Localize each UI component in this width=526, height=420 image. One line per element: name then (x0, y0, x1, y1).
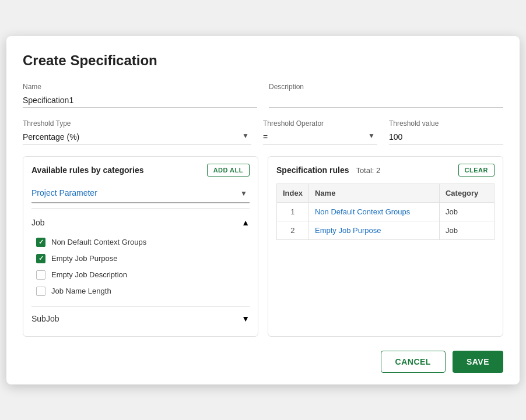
spec-panel-body: Index Name Category 1 Non Default Contex… (268, 183, 503, 248)
panels-row: Available rules by categories ADD ALL Pr… (23, 156, 503, 337)
threshold-operator-select[interactable]: = (263, 130, 377, 144)
spec-panel-title: Specification rules (276, 165, 349, 175)
divider-2 (31, 306, 250, 307)
add-all-button[interactable]: ADD ALL (207, 164, 250, 177)
threshold-type-field: Threshold Type Percentage (%) ▼ (23, 119, 251, 144)
category-select[interactable]: Project Parameter (31, 183, 250, 203)
threshold-value-field: Threshold value (389, 119, 503, 144)
category-select-wrapper: Project Parameter ▼ (31, 183, 250, 203)
available-panel-title: Available rules by categories (31, 165, 143, 175)
job-section-label: Job (31, 218, 45, 227)
subjob-section-header[interactable]: SubJob ▼ (31, 309, 250, 328)
table-row: 1 Non Default Context Groups Job (277, 202, 495, 221)
cell-index: 1 (277, 202, 309, 221)
rule-checkbox-2[interactable] (36, 254, 45, 263)
spec-panel-total: Total: 2 (356, 166, 380, 175)
rule-label-2: Empty Job Purpose (51, 254, 117, 263)
rule-label-1: Non Default Context Groups (51, 238, 146, 246)
threshold-operator-label: Threshold Operator (263, 119, 377, 128)
rule-checkbox-1[interactable] (36, 238, 45, 247)
clear-button[interactable]: CLEAR (458, 164, 495, 177)
cell-index: 2 (277, 221, 309, 239)
description-input[interactable] (269, 93, 503, 108)
spec-panel-title-group: Specification rules Total: 2 (276, 165, 380, 175)
threshold-row: Threshold Type Percentage (%) ▼ Threshol… (23, 119, 503, 144)
job-items-list: Non Default Context Groups Empty Job Pur… (31, 232, 250, 304)
rule-item-1: Non Default Context Groups (31, 234, 250, 250)
divider-1 (31, 208, 250, 209)
rule-label-4: Job Name Length (51, 287, 111, 295)
threshold-value-label: Threshold value (389, 119, 503, 128)
available-rules-panel: Available rules by categories ADD ALL Pr… (23, 156, 258, 337)
name-label: Name (23, 83, 257, 91)
spec-panel-header: Specification rules Total: 2 CLEAR (268, 157, 503, 183)
cell-category: Job (439, 221, 494, 239)
cancel-button[interactable]: CANCEL (381, 351, 446, 373)
description-field: Description (269, 83, 503, 108)
name-description-row: Name Description (23, 83, 503, 108)
rule-label-3: Empty Job Description (51, 270, 127, 279)
spec-rules-panel: Specification rules Total: 2 CLEAR Index… (268, 156, 503, 337)
subjob-section: SubJob ▼ (31, 309, 250, 328)
dialog-footer: CANCEL SAVE (23, 351, 503, 373)
subjob-expand-icon: ▼ (241, 314, 250, 323)
rule-item-3: Empty Job Description (31, 267, 250, 283)
cell-category: Job (439, 202, 494, 221)
job-collapse-icon: ▲ (241, 218, 250, 227)
threshold-operator-field: Threshold Operator = ▼ (263, 119, 377, 144)
cell-name[interactable]: Non Default Context Groups (308, 202, 439, 221)
create-specification-dialog: Create Specification Name Description Th… (6, 36, 520, 384)
job-section-header[interactable]: Job ▲ (31, 213, 250, 232)
spec-rules-table: Index Name Category 1 Non Default Contex… (276, 183, 495, 240)
col-index-header: Index (277, 183, 309, 202)
rule-item-4: Job Name Length (31, 283, 250, 299)
table-row: 2 Empty Job Purpose Job (277, 221, 495, 239)
dialog-title: Create Specification (23, 52, 503, 69)
job-section: Job ▲ Non Default Context Groups Empty J… (31, 213, 250, 304)
threshold-type-label: Threshold Type (23, 119, 251, 128)
description-label: Description (269, 83, 503, 91)
rule-checkbox-4[interactable] (36, 287, 45, 296)
name-input[interactable] (23, 93, 257, 108)
rule-item-2: Empty Job Purpose (31, 250, 250, 267)
subjob-section-label: SubJob (31, 314, 59, 323)
col-name-header: Name (308, 183, 439, 202)
save-button[interactable]: SAVE (453, 351, 503, 373)
threshold-type-select[interactable]: Percentage (%) (23, 130, 251, 144)
available-panel-header: Available rules by categories ADD ALL (23, 157, 258, 183)
col-category-header: Category (439, 183, 494, 202)
rule-checkbox-3[interactable] (36, 270, 45, 280)
name-field: Name (23, 83, 257, 108)
available-panel-body: Project Parameter ▼ Job ▲ Non Default Co… (23, 183, 258, 336)
cell-name[interactable]: Empty Job Purpose (308, 221, 439, 239)
threshold-value-input[interactable] (389, 130, 503, 144)
